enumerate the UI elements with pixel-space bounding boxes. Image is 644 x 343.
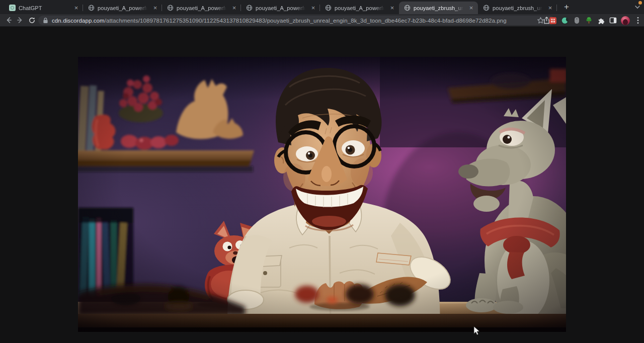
tab-powerful-modern-3[interactable]: pouyaeti_A_powerful_modern × xyxy=(241,2,320,14)
extensions-puzzle-icon[interactable] xyxy=(597,16,605,25)
tab-close-icon[interactable]: × xyxy=(467,4,475,12)
side-panel-icon[interactable] xyxy=(609,16,617,25)
toolbar-right xyxy=(536,14,642,27)
tab-zbrush-unreal-active[interactable]: pouyaeti_zbrush_unreal_engin × xyxy=(399,2,478,14)
bookmark-star-icon[interactable] xyxy=(536,16,545,25)
mouse-cursor xyxy=(473,326,480,335)
tab-close-icon[interactable]: × xyxy=(309,4,317,12)
chatgpt-favicon xyxy=(9,5,16,12)
tab-close-icon[interactable]: × xyxy=(230,4,238,12)
tab-powerful-modern-2[interactable]: pouyaeti_A_powerful_modern × xyxy=(162,2,241,14)
tab-powerful-modern-4[interactable]: pouyaeti_A_powerful_modern × xyxy=(320,2,399,14)
url-text: cdn.discordapp.com/attachments/108978176… xyxy=(52,18,540,24)
new-tab-button[interactable]: + xyxy=(560,1,573,14)
tab-label: pouyaeti_zbrush_unreal_engin xyxy=(493,5,543,11)
globe-favicon xyxy=(88,5,95,12)
tab-label: pouyaeti_A_powerful_modern xyxy=(177,5,227,11)
forward-button[interactable] xyxy=(15,15,26,26)
page-content xyxy=(0,27,644,343)
browser-toolbar: cdn.discordapp.com/attachments/108978176… xyxy=(0,14,644,27)
url-path: /attachments/1089781761275351090/1122543… xyxy=(105,18,507,24)
tab-powerful-modern-1[interactable]: pouyaeti_A_powerful_modern × xyxy=(83,2,162,14)
tab-label: pouyaeti_A_powerful_modern xyxy=(98,5,148,11)
globe-favicon xyxy=(482,5,490,12)
tab-chatgpt[interactable]: ChatGPT × xyxy=(4,2,83,14)
vignette xyxy=(78,57,566,332)
tab-label: pouyaeti_A_powerful_modern xyxy=(335,5,385,11)
globe-favicon xyxy=(167,5,174,12)
globe-favicon xyxy=(404,5,411,12)
recording-indicator-dot xyxy=(638,1,642,5)
tab-label: ChatGPT xyxy=(19,5,69,11)
menu-kebab-icon[interactable] xyxy=(633,16,642,25)
profile-avatar[interactable] xyxy=(621,16,630,25)
extension-mouse-icon[interactable] xyxy=(573,16,581,25)
tab-zbrush-unreal-2[interactable]: pouyaeti_zbrush_unreal_engin × xyxy=(478,2,557,14)
tab-strip: ChatGPT × pouyaeti_A_powerful_modern × p… xyxy=(0,0,644,14)
nav-buttons xyxy=(3,15,37,26)
globe-favicon xyxy=(325,5,332,12)
lock-icon xyxy=(43,17,48,24)
reload-button[interactable] xyxy=(26,15,37,26)
globe-favicon xyxy=(246,5,253,12)
extension-dark-mode-moon-icon[interactable] xyxy=(560,16,569,25)
tab-close-icon[interactable]: × xyxy=(151,4,159,12)
url-host: cdn.discordapp.com xyxy=(52,18,105,24)
back-button[interactable] xyxy=(3,15,14,26)
tab-label: pouyaeti_zbrush_unreal_engin xyxy=(414,5,464,11)
tab-list: ChatGPT × pouyaeti_A_powerful_modern × p… xyxy=(0,0,573,14)
extension-red-grid-icon[interactable] xyxy=(548,16,557,25)
toon-render-scene xyxy=(78,57,566,332)
tab-overflow-chevron-icon[interactable] xyxy=(634,4,641,11)
address-bar[interactable]: cdn.discordapp.com/attachments/108978176… xyxy=(38,16,554,25)
tab-close-icon[interactable]: × xyxy=(546,4,554,12)
extension-tree-icon[interactable] xyxy=(585,16,593,25)
browser-window: { "tab_strip": { "close_label": "×", "ne… xyxy=(0,0,644,343)
tab-label: pouyaeti_A_powerful_modern xyxy=(256,5,306,11)
tab-close-icon[interactable]: × xyxy=(388,4,396,12)
tab-close-icon[interactable]: × xyxy=(72,4,80,12)
discord-attachment-image[interactable] xyxy=(78,57,566,332)
